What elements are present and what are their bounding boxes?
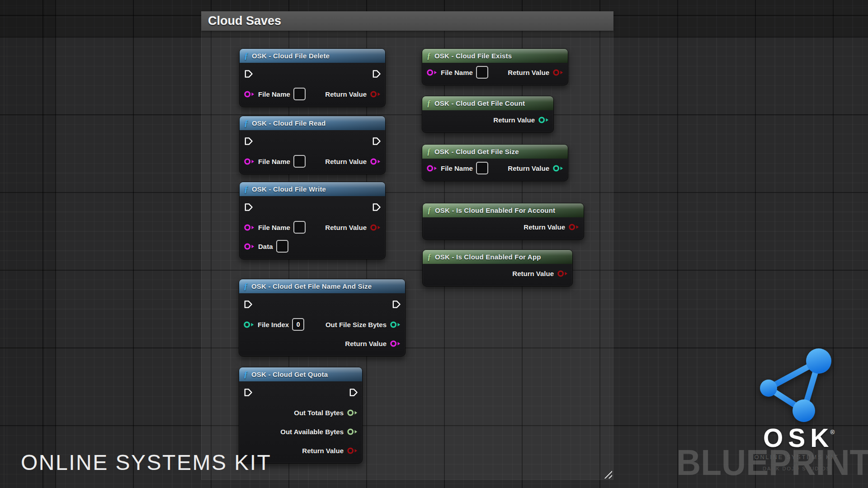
exec-row bbox=[239, 381, 362, 403]
pin-value-field[interactable] bbox=[293, 155, 306, 168]
string-pin[interactable] bbox=[244, 90, 255, 98]
node-header[interactable]: ƒ OSK - Cloud File Write bbox=[240, 182, 385, 196]
string-pin[interactable] bbox=[370, 158, 381, 165]
node-header[interactable]: ƒ OSK - Cloud Get Quota bbox=[239, 367, 362, 381]
pin-value-field[interactable] bbox=[476, 162, 488, 174]
pin-row: File Index0Out File Size Bytes bbox=[239, 315, 405, 334]
pin-row: File NameReturn Value bbox=[240, 152, 385, 171]
exec-in-pin[interactable] bbox=[244, 136, 253, 146]
node-osk-cloud-get-file-count[interactable]: ƒ OSK - Cloud Get File Count Return Valu… bbox=[422, 96, 554, 133]
node-title: OSK - Is Cloud Enabled For App bbox=[435, 253, 541, 261]
exec-out-pin[interactable] bbox=[372, 136, 381, 146]
output-pin-label: Return Value bbox=[508, 164, 549, 172]
exec-row bbox=[240, 196, 385, 218]
pin-value-field[interactable]: 0 bbox=[292, 318, 304, 331]
pin-row: Return Value bbox=[423, 264, 572, 283]
node-osk-cloud-get-quota[interactable]: ƒ OSK - Cloud Get Quota Out Total BytesO… bbox=[239, 367, 363, 464]
node-header[interactable]: ƒ OSK - Cloud File Exists bbox=[422, 49, 568, 63]
int64-pin[interactable] bbox=[347, 409, 358, 417]
output-pin-label: Return Value bbox=[325, 90, 367, 98]
bool-pin[interactable] bbox=[552, 69, 564, 76]
bool-pin[interactable] bbox=[347, 447, 358, 455]
string-pin[interactable] bbox=[426, 69, 438, 76]
input-pin-label: File Index bbox=[258, 321, 289, 328]
comment-header[interactable]: Cloud Saves bbox=[201, 11, 613, 31]
node-header[interactable]: ƒ OSK - Cloud Get File Count bbox=[422, 96, 553, 110]
exec-out-pin[interactable] bbox=[349, 388, 358, 397]
input-pin-label: Data bbox=[258, 243, 273, 250]
int64-pin[interactable] bbox=[347, 428, 358, 436]
pin-row: File NameReturn Value bbox=[422, 63, 568, 82]
pin-row: Return Value bbox=[422, 110, 553, 129]
pin-row: File NameReturn Value bbox=[240, 218, 385, 237]
function-icon: ƒ bbox=[427, 52, 431, 60]
online-systems-kit-watermark: ONLINE SYSTEMS KIT bbox=[21, 450, 271, 475]
node-title: OSK - Cloud File Write bbox=[252, 185, 326, 193]
exec-out-pin[interactable] bbox=[372, 202, 381, 212]
input-pin-label: File Name bbox=[258, 224, 290, 231]
string-pin[interactable] bbox=[426, 164, 438, 172]
output-pin-label: Out Total Bytes bbox=[294, 409, 344, 417]
output-pin-label: Return Value bbox=[302, 447, 344, 455]
node-osk-cloud-file-read[interactable]: ƒ OSK - Cloud File Read File NameReturn … bbox=[239, 116, 386, 174]
pin-row: File NameReturn Value bbox=[422, 159, 568, 178]
canvas-left-shade bbox=[0, 0, 55, 488]
function-icon: ƒ bbox=[427, 99, 431, 108]
output-pin-label: Return Value bbox=[345, 340, 387, 347]
pin-value-field[interactable] bbox=[293, 88, 306, 100]
brand-tagline: ONLINE SYSTEMS KIT bbox=[729, 454, 864, 460]
registered-mark: ® bbox=[830, 429, 835, 436]
node-osk-cloud-get-file-size[interactable]: ƒ OSK - Cloud Get File Size File NameRet… bbox=[422, 144, 568, 181]
string-pin[interactable] bbox=[390, 340, 401, 347]
function-icon: ƒ bbox=[427, 206, 431, 215]
bool-pin[interactable] bbox=[557, 270, 568, 277]
node-title: OSK - Cloud Get File Count bbox=[434, 99, 525, 107]
brand-by: BY bbox=[729, 461, 864, 465]
output-pin-label: Return Value bbox=[325, 224, 367, 231]
pin-value-field[interactable] bbox=[293, 221, 306, 234]
node-title: OSK - Cloud File Delete bbox=[252, 52, 330, 60]
exec-in-pin[interactable] bbox=[244, 69, 253, 79]
node-osk-is-cloud-enabled-for-account[interactable]: ƒ OSK - Is Cloud Enabled For Account Ret… bbox=[422, 203, 584, 240]
pin-value-field[interactable] bbox=[476, 66, 488, 79]
comment-resize-handle[interactable] bbox=[602, 469, 612, 479]
exec-in-pin[interactable] bbox=[244, 202, 253, 212]
exec-in-pin[interactable] bbox=[243, 300, 253, 309]
node-header[interactable]: ƒ OSK - Cloud File Read bbox=[240, 116, 385, 130]
string-pin[interactable] bbox=[244, 224, 255, 231]
node-osk-is-cloud-enabled-for-app[interactable]: ƒ OSK - Is Cloud Enabled For App Return … bbox=[422, 249, 573, 286]
exec-out-pin[interactable] bbox=[392, 300, 401, 309]
node-osk-cloud-file-exists[interactable]: ƒ OSK - Cloud File Exists File NameRetur… bbox=[422, 48, 568, 85]
int-pin[interactable] bbox=[390, 321, 401, 328]
pin-row: Data bbox=[240, 237, 385, 256]
input-pin-label: File Name bbox=[441, 164, 473, 172]
node-header[interactable]: ƒ OSK - Is Cloud Enabled For App bbox=[423, 250, 572, 264]
node-header[interactable]: ƒ OSK - Cloud Get File Name And Size bbox=[239, 279, 405, 293]
node-osk-cloud-file-delete[interactable]: ƒ OSK - Cloud File Delete File NameRetur… bbox=[239, 48, 386, 107]
string-pin[interactable] bbox=[244, 158, 255, 165]
blueprint-graph-canvas[interactable]: Cloud Saves ƒ OSK - Cloud File Delete Fi… bbox=[0, 0, 868, 488]
node-title: OSK - Cloud Get File Size bbox=[434, 148, 519, 155]
pin-row: Return Value bbox=[239, 334, 405, 353]
node-header[interactable]: ƒ OSK - Cloud Get File Size bbox=[422, 145, 568, 159]
bool-pin[interactable] bbox=[370, 224, 381, 231]
node-header[interactable]: ƒ OSK - Cloud File Delete bbox=[240, 49, 385, 63]
int-pin[interactable] bbox=[538, 116, 549, 124]
pin-value-field[interactable] bbox=[276, 240, 288, 253]
node-title: OSK - Is Cloud Enabled For Account bbox=[435, 206, 555, 214]
int-pin[interactable] bbox=[243, 321, 255, 328]
string-pin[interactable] bbox=[244, 243, 255, 250]
exec-out-pin[interactable] bbox=[372, 69, 381, 79]
bool-pin[interactable] bbox=[370, 90, 381, 98]
function-icon: ƒ bbox=[244, 185, 248, 193]
pin-row: File NameReturn Value bbox=[240, 84, 385, 103]
function-icon: ƒ bbox=[427, 148, 431, 156]
function-icon: ƒ bbox=[244, 282, 248, 291]
node-osk-cloud-get-file-name-and-size[interactable]: ƒ OSK - Cloud Get File Name And Size Fil… bbox=[239, 279, 406, 357]
node-osk-cloud-file-write[interactable]: ƒ OSK - Cloud File Write File NameReturn… bbox=[239, 182, 386, 259]
node-header[interactable]: ƒ OSK - Is Cloud Enabled For Account bbox=[423, 203, 584, 217]
input-pin-label: File Name bbox=[441, 69, 473, 76]
bool-pin[interactable] bbox=[568, 223, 580, 231]
exec-in-pin[interactable] bbox=[243, 388, 253, 397]
int-pin[interactable] bbox=[552, 164, 564, 172]
